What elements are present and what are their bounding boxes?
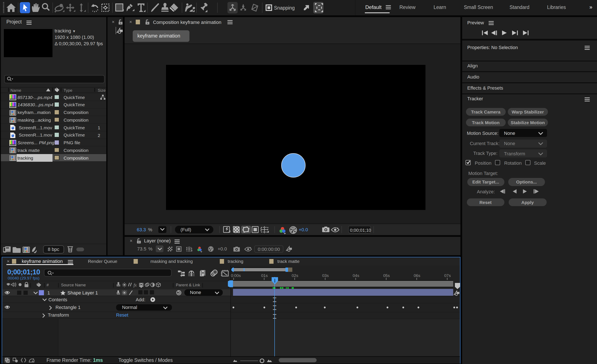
svg-text:Snapping: Snapping <box>274 5 295 11</box>
svg-text:#: # <box>47 283 49 287</box>
svg-text:fx: fx <box>134 283 137 288</box>
svg-text:Source Name: Source Name <box>61 283 86 287</box>
svg-text:Parent & Link: Parent & Link <box>176 283 200 287</box>
